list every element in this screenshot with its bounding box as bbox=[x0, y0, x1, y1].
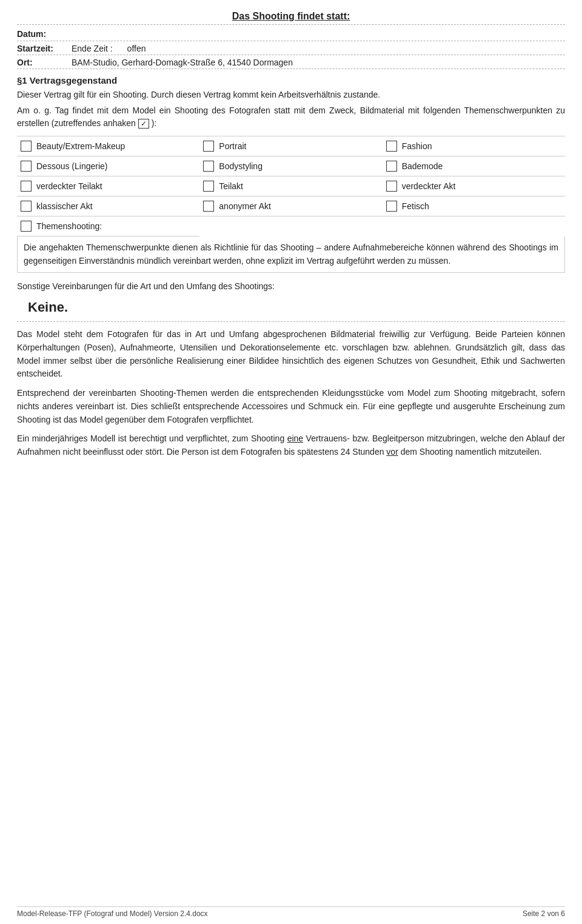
checkbox-label: Fetisch bbox=[402, 201, 429, 211]
checkbox-label: Teilakt bbox=[219, 181, 243, 191]
ende-label: Ende Zeit : bbox=[72, 44, 113, 53]
checkbox-label-themenshooting: Themenshooting: bbox=[36, 221, 102, 231]
checkbox-box[interactable] bbox=[386, 141, 397, 152]
checkbox-box[interactable] bbox=[386, 181, 397, 192]
checkbox-cell[interactable]: anonymer Akt bbox=[199, 196, 382, 216]
info-box: Die angehakten Themenschwerpunkte dienen… bbox=[17, 236, 565, 273]
checkbox-label: klassischer Akt bbox=[36, 201, 93, 211]
keine-text: Keine. bbox=[28, 300, 565, 315]
checkbox-box[interactable] bbox=[203, 161, 214, 172]
checkbox-box[interactable] bbox=[386, 161, 397, 172]
checkbox-cell[interactable]: Fashion bbox=[383, 136, 565, 156]
checkbox-label: Portrait bbox=[219, 141, 246, 151]
checkbox-label: Fashion bbox=[402, 141, 432, 151]
checkbox-cell[interactable]: Portrait bbox=[199, 136, 382, 156]
checkbox-grid: Beauty/Extrem-MakeupPortraitFashionDesso… bbox=[17, 136, 565, 236]
checkbox-box[interactable] bbox=[21, 201, 32, 212]
checkbox-cell[interactable]: verdeckter Akt bbox=[383, 176, 565, 196]
checkbox-label: Bademode bbox=[402, 161, 443, 171]
checkbox-cell[interactable]: klassischer Akt bbox=[17, 196, 199, 216]
checkbox-label: verdeckter Teilakt bbox=[36, 181, 102, 191]
checkbox-cell[interactable]: verdeckter Teilakt bbox=[17, 176, 199, 196]
checkbox-cell[interactable]: Fetisch bbox=[383, 196, 565, 216]
checkbox-box-themenshooting[interactable] bbox=[21, 221, 32, 232]
checkbox-box[interactable] bbox=[21, 161, 32, 172]
checkbox-label: anonymer Akt bbox=[219, 201, 271, 211]
checkbox-cell[interactable]: Bodystyling bbox=[199, 156, 382, 176]
checkbox-label: Dessous (Lingerie) bbox=[36, 161, 108, 171]
datum-row: Datum: bbox=[17, 27, 565, 41]
section1-title: §1 Vertragsgegenstand bbox=[17, 75, 565, 85]
paragraph-1: Das Model steht dem Fotografen für das i… bbox=[17, 328, 565, 381]
paragraphs-container: Das Model steht dem Fotografen für das i… bbox=[17, 328, 565, 458]
checkbox-box[interactable] bbox=[203, 201, 214, 212]
ort-value: BAM-Studio, Gerhard-Domagk-Straße 6, 415… bbox=[72, 58, 565, 67]
ort-label: Ort: bbox=[17, 58, 72, 67]
section1-text2: Am o. g. Tag findet mit dem Model ein Sh… bbox=[17, 104, 565, 130]
startzeit-row: Startzeit: Ende Zeit : offen bbox=[17, 42, 565, 55]
checkbox-label: Beauty/Extrem-Makeup bbox=[36, 141, 125, 151]
checkbox-label: verdeckter Akt bbox=[402, 181, 456, 191]
footer: Model-Release-TFP (Fotograf und Model) V… bbox=[17, 906, 565, 918]
startzeit-value: Ende Zeit : offen bbox=[72, 44, 565, 53]
paragraph-3: Ein minderjähriges Modell ist berechtigt… bbox=[17, 432, 565, 458]
checkbox-cell[interactable]: Teilakt bbox=[199, 176, 382, 196]
checkbox-box[interactable] bbox=[21, 141, 32, 152]
startzeit-label: Startzeit: bbox=[17, 44, 72, 53]
checkbox-cell[interactable]: Bademode bbox=[383, 156, 565, 176]
ende-value: offen bbox=[127, 44, 146, 53]
checkbox-label: Bodystyling bbox=[219, 161, 263, 171]
checkbox-box[interactable] bbox=[203, 181, 214, 192]
datum-label: Datum: bbox=[17, 29, 72, 39]
footer-right: Seite 2 von 6 bbox=[523, 909, 565, 918]
checkbox-cell[interactable]: Beauty/Extrem-Makeup bbox=[17, 136, 199, 156]
checkbox-cell-themenshooting[interactable]: Themenshooting: bbox=[17, 216, 199, 236]
footer-left: Model-Release-TFP (Fotograf und Model) V… bbox=[17, 909, 208, 918]
checkbox-box[interactable] bbox=[386, 201, 397, 212]
page-title: Das Shooting findet statt: bbox=[17, 11, 565, 22]
checkbox-cell[interactable]: Dessous (Lingerie) bbox=[17, 156, 199, 176]
section1-text1: Dieser Vertrag gilt für ein Shooting. Du… bbox=[17, 89, 565, 101]
checkbox-box[interactable] bbox=[203, 141, 214, 152]
checkbox-box[interactable] bbox=[21, 181, 32, 192]
page: Das Shooting findet statt: Datum: Startz… bbox=[0, 0, 582, 924]
info-text: Die angehakten Themenschwerpunkte dienen… bbox=[24, 243, 558, 266]
sonstige-section: Sonstige Vereinbarungen für die Art und … bbox=[17, 281, 565, 291]
sonstige-label: Sonstige Vereinbarungen für die Art und … bbox=[17, 281, 275, 291]
ort-row: Ort: BAM-Studio, Gerhard-Domagk-Straße 6… bbox=[17, 56, 565, 69]
paragraph-2: Entsprechend der vereinbarten Shooting-T… bbox=[17, 387, 565, 426]
